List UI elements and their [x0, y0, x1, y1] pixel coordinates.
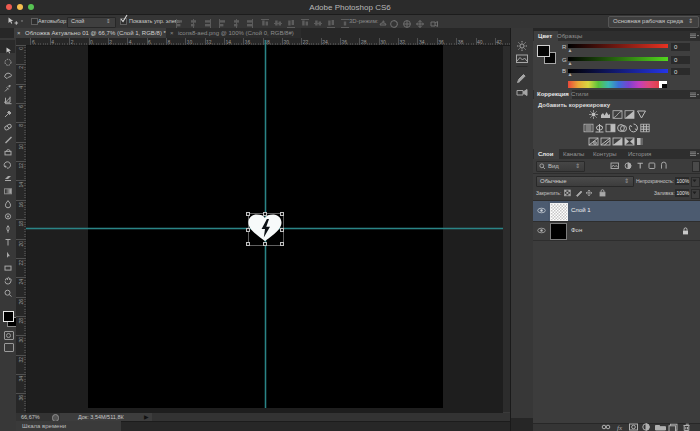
svg-text:fx: fx — [617, 424, 623, 431]
